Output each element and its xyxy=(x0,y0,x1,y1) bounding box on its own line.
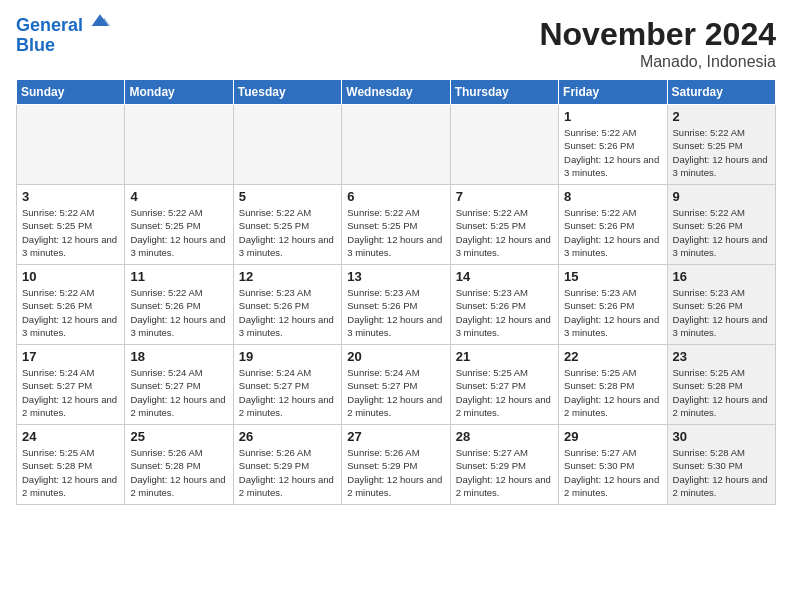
day-number: 27 xyxy=(347,429,444,444)
weekday-header-friday: Friday xyxy=(559,80,667,105)
logo: General Blue xyxy=(16,16,110,56)
week-row-3: 10Sunrise: 5:22 AM Sunset: 5:26 PM Dayli… xyxy=(17,265,776,345)
cell-info: Sunrise: 5:24 AM Sunset: 5:27 PM Dayligh… xyxy=(239,366,336,419)
calendar-cell: 28Sunrise: 5:27 AM Sunset: 5:29 PM Dayli… xyxy=(450,425,558,505)
day-number: 4 xyxy=(130,189,227,204)
weekday-header-row: SundayMondayTuesdayWednesdayThursdayFrid… xyxy=(17,80,776,105)
calendar-cell: 5Sunrise: 5:22 AM Sunset: 5:25 PM Daylig… xyxy=(233,185,341,265)
weekday-header-wednesday: Wednesday xyxy=(342,80,450,105)
day-number: 13 xyxy=(347,269,444,284)
cell-info: Sunrise: 5:25 AM Sunset: 5:28 PM Dayligh… xyxy=(673,366,770,419)
calendar-cell: 19Sunrise: 5:24 AM Sunset: 5:27 PM Dayli… xyxy=(233,345,341,425)
day-number: 14 xyxy=(456,269,553,284)
calendar-cell: 15Sunrise: 5:23 AM Sunset: 5:26 PM Dayli… xyxy=(559,265,667,345)
calendar-cell: 22Sunrise: 5:25 AM Sunset: 5:28 PM Dayli… xyxy=(559,345,667,425)
calendar-cell: 3Sunrise: 5:22 AM Sunset: 5:25 PM Daylig… xyxy=(17,185,125,265)
cell-info: Sunrise: 5:26 AM Sunset: 5:28 PM Dayligh… xyxy=(130,446,227,499)
day-number: 10 xyxy=(22,269,119,284)
day-number: 17 xyxy=(22,349,119,364)
calendar-cell: 18Sunrise: 5:24 AM Sunset: 5:27 PM Dayli… xyxy=(125,345,233,425)
day-number: 11 xyxy=(130,269,227,284)
calendar-cell: 13Sunrise: 5:23 AM Sunset: 5:26 PM Dayli… xyxy=(342,265,450,345)
cell-info: Sunrise: 5:23 AM Sunset: 5:26 PM Dayligh… xyxy=(239,286,336,339)
calendar-cell: 6Sunrise: 5:22 AM Sunset: 5:25 PM Daylig… xyxy=(342,185,450,265)
calendar-cell: 4Sunrise: 5:22 AM Sunset: 5:25 PM Daylig… xyxy=(125,185,233,265)
title-block: November 2024 Manado, Indonesia xyxy=(539,16,776,71)
calendar-cell: 20Sunrise: 5:24 AM Sunset: 5:27 PM Dayli… xyxy=(342,345,450,425)
calendar-table: SundayMondayTuesdayWednesdayThursdayFrid… xyxy=(16,79,776,505)
cell-info: Sunrise: 5:25 AM Sunset: 5:28 PM Dayligh… xyxy=(564,366,661,419)
calendar-cell: 26Sunrise: 5:26 AM Sunset: 5:29 PM Dayli… xyxy=(233,425,341,505)
weekday-header-tuesday: Tuesday xyxy=(233,80,341,105)
cell-info: Sunrise: 5:27 AM Sunset: 5:29 PM Dayligh… xyxy=(456,446,553,499)
logo-text2: Blue xyxy=(16,36,110,56)
calendar-cell: 2Sunrise: 5:22 AM Sunset: 5:25 PM Daylig… xyxy=(667,105,775,185)
cell-info: Sunrise: 5:25 AM Sunset: 5:28 PM Dayligh… xyxy=(22,446,119,499)
cell-info: Sunrise: 5:22 AM Sunset: 5:26 PM Dayligh… xyxy=(673,206,770,259)
calendar-cell: 16Sunrise: 5:23 AM Sunset: 5:26 PM Dayli… xyxy=(667,265,775,345)
cell-info: Sunrise: 5:28 AM Sunset: 5:30 PM Dayligh… xyxy=(673,446,770,499)
day-number: 12 xyxy=(239,269,336,284)
week-row-5: 24Sunrise: 5:25 AM Sunset: 5:28 PM Dayli… xyxy=(17,425,776,505)
calendar-cell xyxy=(450,105,558,185)
cell-info: Sunrise: 5:22 AM Sunset: 5:25 PM Dayligh… xyxy=(239,206,336,259)
day-number: 7 xyxy=(456,189,553,204)
cell-info: Sunrise: 5:26 AM Sunset: 5:29 PM Dayligh… xyxy=(347,446,444,499)
cell-info: Sunrise: 5:22 AM Sunset: 5:26 PM Dayligh… xyxy=(564,206,661,259)
day-number: 21 xyxy=(456,349,553,364)
cell-info: Sunrise: 5:25 AM Sunset: 5:27 PM Dayligh… xyxy=(456,366,553,419)
cell-info: Sunrise: 5:23 AM Sunset: 5:26 PM Dayligh… xyxy=(673,286,770,339)
day-number: 28 xyxy=(456,429,553,444)
cell-info: Sunrise: 5:22 AM Sunset: 5:26 PM Dayligh… xyxy=(22,286,119,339)
day-number: 2 xyxy=(673,109,770,124)
calendar-cell xyxy=(125,105,233,185)
day-number: 6 xyxy=(347,189,444,204)
weekday-header-monday: Monday xyxy=(125,80,233,105)
cell-info: Sunrise: 5:24 AM Sunset: 5:27 PM Dayligh… xyxy=(347,366,444,419)
calendar-cell: 7Sunrise: 5:22 AM Sunset: 5:25 PM Daylig… xyxy=(450,185,558,265)
calendar-cell: 21Sunrise: 5:25 AM Sunset: 5:27 PM Dayli… xyxy=(450,345,558,425)
calendar-cell: 23Sunrise: 5:25 AM Sunset: 5:28 PM Dayli… xyxy=(667,345,775,425)
day-number: 24 xyxy=(22,429,119,444)
calendar-cell: 24Sunrise: 5:25 AM Sunset: 5:28 PM Dayli… xyxy=(17,425,125,505)
calendar-cell: 8Sunrise: 5:22 AM Sunset: 5:26 PM Daylig… xyxy=(559,185,667,265)
day-number: 8 xyxy=(564,189,661,204)
calendar-cell xyxy=(342,105,450,185)
day-number: 1 xyxy=(564,109,661,124)
cell-info: Sunrise: 5:26 AM Sunset: 5:29 PM Dayligh… xyxy=(239,446,336,499)
calendar-cell: 25Sunrise: 5:26 AM Sunset: 5:28 PM Dayli… xyxy=(125,425,233,505)
calendar-cell: 17Sunrise: 5:24 AM Sunset: 5:27 PM Dayli… xyxy=(17,345,125,425)
cell-info: Sunrise: 5:22 AM Sunset: 5:25 PM Dayligh… xyxy=(456,206,553,259)
cell-info: Sunrise: 5:23 AM Sunset: 5:26 PM Dayligh… xyxy=(564,286,661,339)
day-number: 19 xyxy=(239,349,336,364)
cell-info: Sunrise: 5:27 AM Sunset: 5:30 PM Dayligh… xyxy=(564,446,661,499)
day-number: 5 xyxy=(239,189,336,204)
cell-info: Sunrise: 5:22 AM Sunset: 5:26 PM Dayligh… xyxy=(130,286,227,339)
logo-text: General xyxy=(16,16,110,36)
calendar-cell xyxy=(233,105,341,185)
day-number: 23 xyxy=(673,349,770,364)
cell-info: Sunrise: 5:22 AM Sunset: 5:25 PM Dayligh… xyxy=(347,206,444,259)
calendar-cell: 10Sunrise: 5:22 AM Sunset: 5:26 PM Dayli… xyxy=(17,265,125,345)
logo-icon xyxy=(90,11,110,31)
day-number: 30 xyxy=(673,429,770,444)
calendar-cell: 30Sunrise: 5:28 AM Sunset: 5:30 PM Dayli… xyxy=(667,425,775,505)
day-number: 15 xyxy=(564,269,661,284)
calendar-cell: 29Sunrise: 5:27 AM Sunset: 5:30 PM Dayli… xyxy=(559,425,667,505)
weekday-header-saturday: Saturday xyxy=(667,80,775,105)
calendar-cell: 9Sunrise: 5:22 AM Sunset: 5:26 PM Daylig… xyxy=(667,185,775,265)
cell-info: Sunrise: 5:22 AM Sunset: 5:25 PM Dayligh… xyxy=(22,206,119,259)
weekday-header-sunday: Sunday xyxy=(17,80,125,105)
cell-info: Sunrise: 5:24 AM Sunset: 5:27 PM Dayligh… xyxy=(130,366,227,419)
cell-info: Sunrise: 5:22 AM Sunset: 5:25 PM Dayligh… xyxy=(673,126,770,179)
day-number: 18 xyxy=(130,349,227,364)
page-header: General Blue November 2024 Manado, Indon… xyxy=(16,16,776,71)
calendar-cell: 27Sunrise: 5:26 AM Sunset: 5:29 PM Dayli… xyxy=(342,425,450,505)
calendar-cell xyxy=(17,105,125,185)
cell-info: Sunrise: 5:23 AM Sunset: 5:26 PM Dayligh… xyxy=(456,286,553,339)
cell-info: Sunrise: 5:22 AM Sunset: 5:26 PM Dayligh… xyxy=(564,126,661,179)
location: Manado, Indonesia xyxy=(539,53,776,71)
day-number: 26 xyxy=(239,429,336,444)
week-row-4: 17Sunrise: 5:24 AM Sunset: 5:27 PM Dayli… xyxy=(17,345,776,425)
calendar-cell: 1Sunrise: 5:22 AM Sunset: 5:26 PM Daylig… xyxy=(559,105,667,185)
